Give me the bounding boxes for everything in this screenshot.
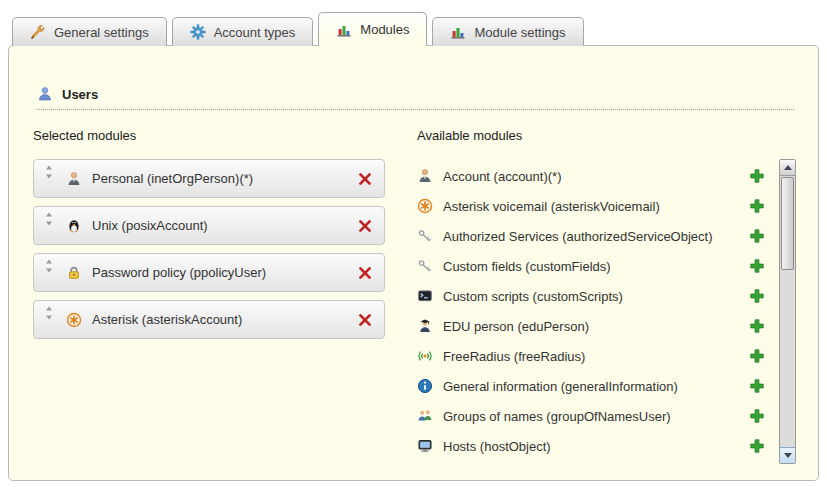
keys-icon	[417, 228, 434, 245]
module-label: Groups of names (groupOfNamesUser)	[443, 409, 671, 424]
module-label: EDU person (eduPerson)	[443, 319, 589, 334]
tab-general-settings[interactable]: General settings	[12, 17, 167, 46]
person-icon	[417, 168, 434, 185]
drag-handle-icon[interactable]	[45, 259, 53, 273]
available-module-row: Hosts (hostObject)	[417, 431, 779, 461]
lam-configuration-page: General settings Account ty	[0, 0, 827, 487]
wrench-icon	[30, 24, 46, 40]
users-section-header: Users	[37, 86, 794, 110]
edu-person-icon	[417, 318, 434, 335]
available-module-row: General information (generalInformation)	[417, 371, 779, 401]
asterisk-icon	[417, 198, 434, 215]
add-module-button[interactable]	[749, 228, 765, 244]
add-module-button[interactable]	[749, 348, 765, 364]
available-module-row: FreeRadius (freeRadius)	[417, 341, 779, 371]
available-list-scrollbar[interactable]	[779, 159, 796, 464]
available-module-row: Account (account)(*)	[417, 161, 779, 191]
drag-handle-icon[interactable]	[45, 165, 53, 179]
module-label: Asterisk (asteriskAccount)	[92, 312, 349, 327]
keys-icon	[417, 258, 434, 275]
monitor-icon	[417, 438, 434, 455]
drag-handle-icon[interactable]	[45, 212, 53, 226]
available-module-row: Groups of names (groupOfNamesUser)	[417, 401, 779, 431]
module-label: Authorized Services (authorizedServiceOb…	[443, 229, 713, 244]
padlock-icon	[66, 265, 82, 281]
tux-penguin-icon	[66, 218, 82, 234]
tab-modules[interactable]: Modules	[318, 12, 427, 46]
module-columns: Selected modules Persona	[31, 128, 796, 464]
add-module-button[interactable]	[749, 198, 765, 214]
available-module-row: Authorized Services (authorizedServiceOb…	[417, 221, 779, 251]
available-modules-heading: Available modules	[417, 128, 796, 143]
add-module-button[interactable]	[749, 288, 765, 304]
module-label: Unix (posixAccount)	[92, 218, 349, 233]
tab-account-types[interactable]: Account types	[172, 17, 314, 46]
module-label: FreeRadius (freeRadius)	[443, 349, 585, 364]
remove-module-button[interactable]	[357, 312, 373, 328]
available-modules-column: Available modules Account (acc	[417, 128, 796, 464]
asterisk-icon	[66, 312, 82, 328]
tab-bar: General settings Account ty	[8, 12, 819, 46]
module-label: Password policy (ppolicyUser)	[92, 265, 349, 280]
bar-chart-icon	[450, 24, 466, 40]
remove-module-button[interactable]	[357, 171, 373, 187]
selected-module-row: Password policy (ppolicyUser)	[33, 253, 385, 292]
antenna-icon	[417, 348, 434, 365]
selected-modules-column: Selected modules Persona	[33, 128, 385, 464]
add-module-button[interactable]	[749, 438, 765, 454]
info-icon	[417, 378, 434, 395]
available-module-row: EDU person (eduPerson)	[417, 311, 779, 341]
triangle-up-icon	[784, 165, 792, 170]
available-module-row: Asterisk voicemail (asteriskVoicemail)	[417, 191, 779, 221]
scroll-track[interactable]	[780, 176, 795, 447]
selected-module-row: Unix (posixAccount)	[33, 206, 385, 245]
user-icon	[37, 86, 53, 102]
section-title: Users	[62, 87, 98, 102]
module-label: Hosts (hostObject)	[443, 439, 551, 454]
module-label: Personal (inetOrgPerson)(*)	[92, 171, 349, 186]
available-modules-list: Account (account)(*)	[417, 159, 779, 464]
selected-module-row: Personal (inetOrgPerson)(*)	[33, 159, 385, 198]
add-module-button[interactable]	[749, 318, 765, 334]
add-module-button[interactable]	[749, 378, 765, 394]
tab-label: Modules	[360, 22, 409, 37]
tab-label: Account types	[214, 25, 296, 40]
bar-chart-icon	[336, 22, 352, 38]
remove-module-button[interactable]	[357, 218, 373, 234]
scroll-up-button[interactable]	[780, 160, 795, 176]
person-icon	[66, 171, 82, 187]
available-module-row: Custom fields (customFields)	[417, 251, 779, 281]
available-module-row: Custom scripts (customScripts)	[417, 281, 779, 311]
selected-modules-heading: Selected modules	[33, 128, 385, 143]
add-module-button[interactable]	[749, 258, 765, 274]
terminal-icon	[417, 288, 434, 305]
tab-module-settings[interactable]: Module settings	[432, 17, 583, 46]
selected-module-row: Asterisk (asteriskAccount)	[33, 300, 385, 339]
module-label: Account (account)(*)	[443, 169, 562, 184]
triangle-down-icon	[784, 453, 792, 458]
modules-panel: Users Selected modules	[8, 45, 819, 481]
available-modules-listwrap: Account (account)(*)	[417, 159, 796, 464]
module-label: General information (generalInformation)	[443, 379, 678, 394]
scroll-down-button[interactable]	[780, 447, 795, 463]
tab-label: General settings	[54, 25, 149, 40]
module-label: Custom fields (customFields)	[443, 259, 611, 274]
gear-icon	[190, 24, 206, 40]
scroll-thumb[interactable]	[781, 177, 794, 270]
drag-handle-icon[interactable]	[45, 306, 53, 320]
add-module-button[interactable]	[749, 408, 765, 424]
module-label: Custom scripts (customScripts)	[443, 289, 623, 304]
module-label: Asterisk voicemail (asteriskVoicemail)	[443, 199, 660, 214]
tab-label: Module settings	[474, 25, 565, 40]
add-module-button[interactable]	[749, 168, 765, 184]
group-icon	[417, 408, 434, 425]
remove-module-button[interactable]	[357, 265, 373, 281]
